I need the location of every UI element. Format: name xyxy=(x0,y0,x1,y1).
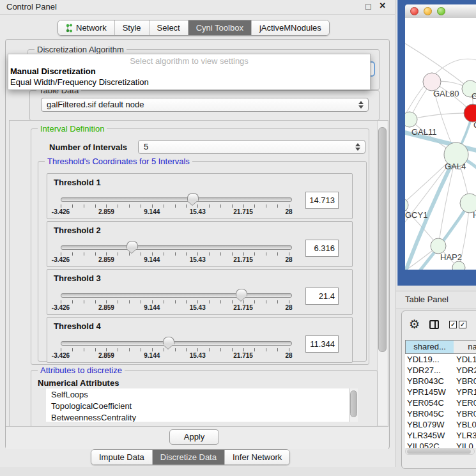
vertical-scrollbar-thumb[interactable] xyxy=(378,127,387,352)
slider-tick xyxy=(232,252,233,256)
network-canvas[interactable]: GAL80GACGAL11GAL4GCY1HHAP2 xyxy=(405,18,476,270)
table-hscrollbar-track[interactable] xyxy=(405,448,475,455)
numerical-attributes-list[interactable]: SelfLoopsTopologicalCoefficientBetweenne… xyxy=(46,388,357,422)
table-row[interactable]: YDL19...YDL1 xyxy=(405,355,476,365)
slider-tick-label: 21.715 xyxy=(233,208,253,215)
slider-tick xyxy=(232,300,233,303)
tab-jactivemnodules[interactable]: jActiveMNodules xyxy=(252,20,329,35)
table-data-combo[interactable]: galFiltered.sif default node xyxy=(41,98,369,112)
threshold-slider-track[interactable] xyxy=(61,245,292,250)
table-row[interactable]: YBR043CYBR0 xyxy=(405,376,476,387)
tab-impute-data[interactable]: Impute Data xyxy=(91,450,153,464)
close-traffic-light-icon[interactable] xyxy=(410,7,418,15)
slider-tick-label: 2.859 xyxy=(98,208,114,215)
slider-tick xyxy=(72,300,73,303)
gear-icon[interactable]: ⚙ xyxy=(409,318,420,330)
slider-tick xyxy=(277,252,278,256)
slider-tick xyxy=(197,252,198,256)
node-gal11[interactable] xyxy=(405,112,417,127)
slider-tick xyxy=(289,300,289,303)
slider-tick xyxy=(277,300,278,303)
number-of-intervals-label: Number of Intervals xyxy=(49,142,127,152)
slider-tick xyxy=(106,300,107,303)
threshold-value-box[interactable]: 21.4 xyxy=(305,288,339,305)
float-window-icon[interactable]: □ xyxy=(365,1,371,12)
tab-infer-network[interactable]: Infer Network xyxy=(225,450,289,464)
node-label-gal11: GAL11 xyxy=(411,127,437,137)
minimize-traffic-light-icon[interactable] xyxy=(424,7,432,15)
zoom-traffic-light-icon[interactable] xyxy=(437,7,445,15)
tab-label: jActiveMNodules xyxy=(259,20,321,35)
table-hscrollbar-thumb[interactable] xyxy=(407,449,471,454)
node-gal80[interactable] xyxy=(423,73,441,91)
spinner-icon xyxy=(355,143,361,151)
algorithm-popup-item[interactable]: Equal Width/Frequency Discretization xyxy=(10,77,368,87)
numerical-attributes-label: Numerical Attributes xyxy=(38,378,119,388)
table-body[interactable]: YDL19...YDL1YDR27...YDR2YBR043CYBR0YPR14… xyxy=(405,354,476,448)
slider-tick xyxy=(72,252,73,256)
apply-button[interactable]: Apply xyxy=(169,429,219,445)
slider-tick xyxy=(84,300,84,303)
discretization-algorithm-group-title: Discretization Algorithm xyxy=(35,45,127,54)
threshold-slider-handle[interactable] xyxy=(163,337,174,344)
threshold-slider-handle[interactable] xyxy=(236,289,247,296)
number-of-intervals-combo[interactable]: 5 xyxy=(138,140,365,154)
threshold-slider-track[interactable] xyxy=(61,341,292,346)
attributes-scrollbar-thumb[interactable] xyxy=(350,390,357,417)
threshold-value-box[interactable]: 14.713 xyxy=(305,192,339,209)
node-red[interactable] xyxy=(464,104,476,122)
slider-tick xyxy=(152,300,153,303)
threshold-slider-track[interactable] xyxy=(61,293,292,298)
table-row[interactable]: YBL079WYBL0 xyxy=(405,420,476,431)
checkbox-icon[interactable]: ✓ xyxy=(459,321,466,328)
tab-cyni-toolbox[interactable]: Cyni Toolbox xyxy=(188,20,252,35)
table-row[interactable]: YIL052CYIL0 xyxy=(405,441,476,448)
slider-tick xyxy=(118,204,118,208)
algorithm-popup-item[interactable]: Manual Discretization xyxy=(10,66,368,76)
node-label-gcy1: GCY1 xyxy=(405,210,427,220)
slider-tick xyxy=(243,252,244,256)
slider-tick-label: 28 xyxy=(285,304,292,311)
table-row[interactable]: YBR045CYBR0 xyxy=(405,409,476,420)
slider-tick xyxy=(209,300,210,303)
slider-tick-label: 28 xyxy=(285,256,292,263)
slider-tick-label: 15.43 xyxy=(190,304,206,311)
node-bottom-right[interactable] xyxy=(452,261,465,270)
slider-tick xyxy=(72,348,73,351)
attribute-list-item[interactable]: BetweennessCentrality xyxy=(51,413,136,422)
slider-tick xyxy=(266,300,266,303)
table-column-header-shared[interactable]: shared... xyxy=(405,340,454,354)
slider-tick xyxy=(209,204,210,208)
slider-tick xyxy=(106,252,107,256)
close-window-icon[interactable]: × xyxy=(380,0,385,12)
threshold-panel: Threshold 1 14.713 -3.4262.8599.14415.43… xyxy=(47,173,353,219)
slider-tick xyxy=(141,300,141,303)
table-row[interactable]: YLR345WYLR3 xyxy=(405,431,476,441)
table-cell-name: YER0 xyxy=(456,398,476,408)
split-column-icon[interactable] xyxy=(429,320,439,329)
attribute-list-item[interactable]: TopologicalCoefficient xyxy=(51,401,132,411)
threshold-value-box[interactable]: 6.316 xyxy=(305,240,339,257)
slider-tick-label: 21.715 xyxy=(233,304,253,311)
checkbox-icon[interactable]: ✓ xyxy=(449,321,457,328)
table-panel-titlebar: Table Panel xyxy=(396,291,476,309)
tab-network[interactable]: Network xyxy=(58,20,115,35)
table-row[interactable]: YDR27...YDR2 xyxy=(405,365,476,376)
table-cell-shared-name: YDL19... xyxy=(407,355,440,364)
attribute-list-item[interactable]: SelfLoops xyxy=(51,390,88,399)
tab-style[interactable]: Style xyxy=(115,20,150,35)
table-row[interactable]: YPR145WYPR1 xyxy=(405,387,476,398)
threshold-slider-handle[interactable] xyxy=(127,241,138,249)
threshold-value-box[interactable]: 11.344 xyxy=(305,335,339,353)
table-column-header-name[interactable]: na xyxy=(454,340,476,354)
slider-tick xyxy=(289,348,289,351)
threshold-slider-track[interactable] xyxy=(61,197,292,202)
threshold-panel: Threshold 3 21.4 -3.4262.8599.14415.4321… xyxy=(47,269,353,315)
node-hap2[interactable] xyxy=(431,238,446,254)
tab-select[interactable]: Select xyxy=(150,20,188,35)
threshold-slider-handle[interactable] xyxy=(187,193,199,201)
tab-discretize-data[interactable]: Discretize Data xyxy=(153,450,225,464)
table-row[interactable]: YER054CYER0 xyxy=(405,398,476,409)
slider-tick-label: 2.859 xyxy=(98,304,114,311)
slider-tick xyxy=(129,300,130,303)
